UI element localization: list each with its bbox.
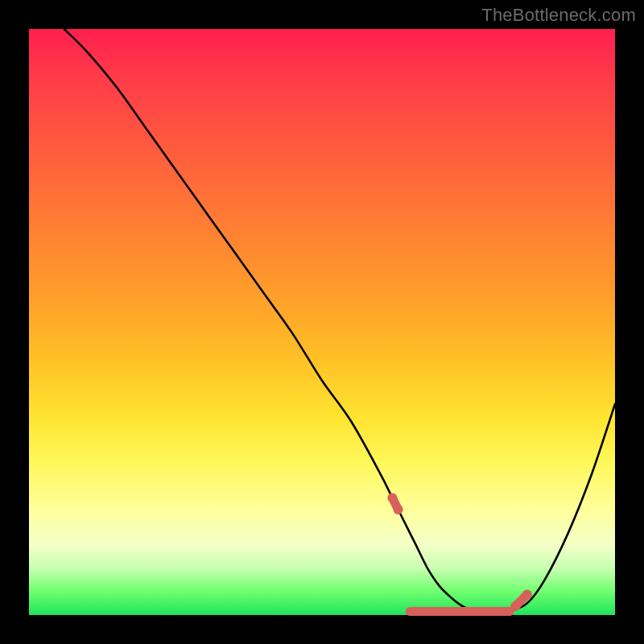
outer-frame: TheBottleneck.com	[0, 0, 644, 644]
bottleneck-curve-path	[64, 29, 615, 613]
watermark-text: TheBottleneck.com	[481, 5, 636, 26]
plot-gradient-area	[29, 29, 615, 615]
highlight-group	[387, 493, 531, 611]
bottleneck-curve-svg	[29, 29, 615, 615]
highlight-left-dot-stroke	[392, 497, 398, 510]
